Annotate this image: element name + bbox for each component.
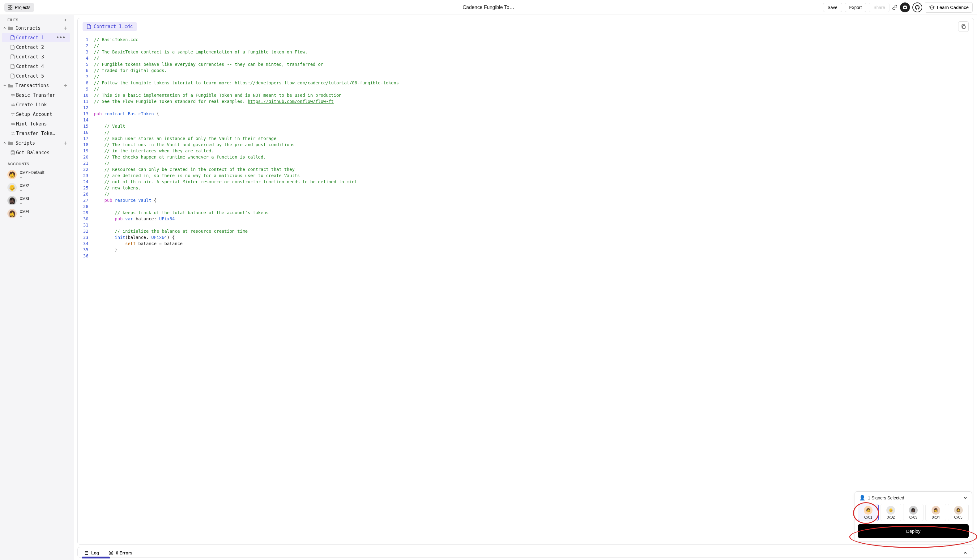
folder-icon [8, 26, 13, 30]
file-item-contract[interactable]: Contract 2 [2, 43, 70, 52]
avatar-icon: 🧑 [7, 170, 17, 179]
file-item-contract[interactable]: Contract 4 [2, 62, 70, 71]
folder-icon [8, 83, 13, 88]
avatar-icon: 👩 [7, 209, 17, 218]
section-header-scripts[interactable]: Scripts [0, 138, 72, 148]
signer-account[interactable]: 👩🏿0x03 [903, 504, 924, 521]
file-item-transaction[interactable]: Create Link [2, 100, 70, 109]
learn-cadence-button[interactable]: Learn Cadence [925, 2, 973, 13]
file-icon [10, 73, 15, 78]
save-button[interactable]: Save [823, 3, 842, 12]
avatar-icon: 👩🏿 [7, 196, 17, 205]
file-icon [10, 45, 15, 50]
svg-rect-1 [10, 5, 12, 7]
files-header: FILES [0, 15, 72, 23]
transaction-icon [10, 103, 15, 107]
file-item-transaction[interactable]: Basic Transfer [2, 90, 70, 100]
collapse-sidebar-icon[interactable] [64, 18, 67, 22]
file-item-transaction[interactable]: Mint Tokens [2, 119, 70, 128]
file-label: Contract 2 [16, 45, 44, 50]
add-transaction-icon[interactable] [63, 83, 67, 88]
signer-label: 0x04 [932, 515, 940, 520]
file-item-contract[interactable]: Contract 3 [2, 52, 70, 62]
section-contracts: Contracts Contract 1•••Contract 2Contrac… [0, 23, 72, 81]
file-icon [10, 54, 15, 59]
account-item[interactable]: 🧑0x01-Default-- [0, 168, 72, 181]
log-tab[interactable]: Log [84, 550, 99, 555]
signer-account[interactable]: 👩0x04 [925, 504, 946, 521]
projects-label: Projects [15, 5, 31, 10]
github-icon[interactable] [912, 2, 922, 12]
account-item[interactable]: 👩🏿0x03-- [0, 194, 72, 207]
more-icon[interactable]: ••• [56, 35, 65, 40]
file-icon [87, 24, 91, 29]
transaction-icon [10, 112, 15, 116]
account-sub: -- [20, 175, 44, 179]
signer-panel: 👤 1 Signers Selected 🧑0x01👴0x02👩🏿0x03👩0x… [855, 492, 972, 542]
file-item-contract[interactable]: Contract 1••• [2, 33, 70, 42]
section-header-transactions[interactable]: Transactions [0, 81, 72, 90]
file-item-transaction[interactable]: Transfer Toke… [2, 129, 70, 138]
project-title[interactable]: Cadence Fungible To… [463, 5, 515, 10]
expand-panel-icon[interactable] [963, 551, 967, 555]
file-label: Contract 5 [16, 73, 44, 79]
chevron-down-icon[interactable] [963, 496, 967, 500]
graduation-cap-icon [929, 4, 935, 10]
transaction-icon [10, 132, 15, 135]
signer-label: 0x01 [864, 515, 872, 520]
deploy-button[interactable]: Deploy [858, 524, 969, 538]
account-item[interactable]: 👩0x04-- [0, 207, 72, 220]
file-label: Setup Account [16, 112, 52, 117]
account-sub: -- [20, 188, 29, 192]
account-name: 0x02 [20, 183, 29, 188]
avatar-icon: 👴 [886, 506, 895, 515]
account-item[interactable]: 👴0x02-- [0, 181, 72, 194]
chevron-down-icon [3, 84, 7, 87]
share-button: Share [869, 3, 890, 12]
svg-rect-3 [10, 8, 12, 10]
section-transactions: Transactions Basic TransferCreate LinkSe… [0, 81, 72, 138]
file-label: Get Balances [16, 150, 50, 155]
signer-header[interactable]: 👤 1 Signers Selected [855, 492, 972, 504]
file-item-transaction[interactable]: Setup Account [2, 110, 70, 119]
bottom-panel-indicator [82, 557, 110, 558]
errors-tab[interactable]: 0 Errors [108, 550, 133, 555]
database-icon [10, 150, 15, 155]
folder-icon [8, 141, 13, 145]
file-label: Contract 4 [16, 64, 44, 69]
section-label: Transactions [15, 83, 49, 88]
discord-icon[interactable] [900, 2, 910, 12]
signer-label: 0x05 [954, 515, 962, 520]
signer-label: 0x02 [887, 515, 895, 520]
chevron-down-icon [3, 27, 7, 30]
tab-active[interactable]: Contract 1.cdc [83, 22, 137, 31]
add-script-icon[interactable] [63, 141, 67, 145]
svg-point-4 [11, 150, 15, 152]
tab-label: Contract 1.cdc [94, 24, 133, 29]
signer-account[interactable]: 🧑0x01 [858, 504, 879, 521]
avatar-icon: 🧔 [954, 506, 963, 515]
signer-account[interactable]: 🧔0x05 [948, 504, 969, 521]
copy-button[interactable] [958, 21, 969, 32]
list-icon [84, 550, 89, 555]
account-sub: -- [20, 201, 29, 205]
code-editor[interactable]: 1234567891011121314151617181920212223242… [78, 35, 974, 544]
projects-button[interactable]: Projects [4, 3, 34, 12]
file-icon [10, 35, 15, 40]
signer-account[interactable]: 👴0x02 [880, 504, 901, 521]
export-button[interactable]: Export [845, 3, 866, 12]
account-name: 0x01-Default [20, 170, 44, 175]
file-label: Basic Transfer [16, 92, 55, 98]
person-icon: 👤 [859, 495, 865, 501]
section-scripts: Scripts Get Balances [0, 138, 72, 157]
avatar-icon: 👩🏿 [909, 506, 918, 515]
transaction-icon [10, 122, 15, 126]
add-contract-icon[interactable] [63, 26, 67, 30]
file-label: Contract 3 [16, 54, 44, 60]
link-icon[interactable] [892, 5, 897, 10]
sidebar: FILES Contracts Contract 1•••Contract 2C… [0, 15, 74, 560]
file-item-contract[interactable]: Contract 5 [2, 72, 70, 81]
section-header-contracts[interactable]: Contracts [0, 23, 72, 33]
file-label: Create Link [16, 102, 47, 108]
file-item-script[interactable]: Get Balances [2, 148, 70, 157]
